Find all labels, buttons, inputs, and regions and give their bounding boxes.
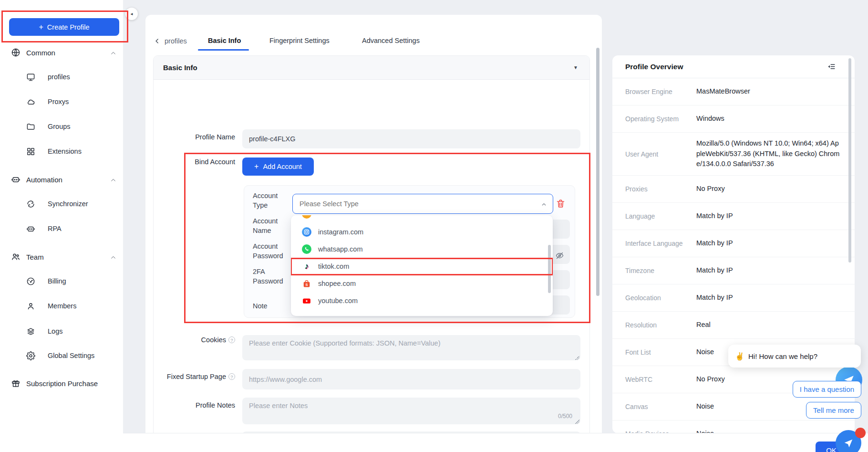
row-label: Operating System — [625, 115, 696, 123]
chevron-up-icon — [110, 50, 116, 56]
dropdown-scrollbar[interactable] — [548, 245, 551, 293]
eye-slash-icon[interactable] — [555, 251, 564, 260]
robot-icon — [26, 224, 35, 233]
back-to-profiles-link[interactable]: profiles — [154, 37, 187, 45]
caret-down-icon[interactable]: ▼ — [573, 65, 578, 70]
cookies-label: Cookies ? — [154, 336, 235, 344]
monitor-icon — [26, 73, 35, 82]
tab-fingerprint-settings[interactable]: Fingerprint Settings — [269, 37, 330, 44]
row-label: Resolution — [625, 321, 696, 329]
plus-icon: + — [39, 23, 43, 32]
sidebar-item-profiles[interactable]: profiles — [0, 70, 123, 84]
overview-row: User AgentMozilla/5.0 (Windows NT 10.0; … — [612, 133, 855, 176]
chat-quick-reply-question[interactable]: I have a question — [793, 381, 861, 398]
create-profile-button[interactable]: + Create Profile — [9, 18, 119, 36]
chevron-up-icon — [110, 254, 116, 260]
item-label: Synchronizer — [48, 200, 88, 208]
grid-icon — [26, 147, 35, 156]
row-value: Match by IP — [696, 265, 840, 276]
cookies-textarea[interactable] — [242, 335, 580, 360]
row-label: WebRTC — [625, 376, 696, 383]
overview-row: TimezoneMatch by IP — [612, 257, 855, 284]
sidebar-item-rpa[interactable]: RPA — [0, 221, 123, 236]
sidebar-item-billing[interactable]: Billing — [0, 274, 123, 288]
overview-row: ResolutionReal — [612, 312, 855, 339]
section-label: Automation — [26, 176, 62, 184]
gauge-icon — [26, 277, 35, 286]
resize-handle[interactable] — [575, 356, 579, 360]
profile-notes-label: Profile Notes — [154, 401, 235, 409]
sidebar-item-groups[interactable]: Groups — [0, 119, 123, 134]
dropdown-option-instagram[interactable]: instagram.com — [291, 223, 553, 241]
tab-advanced-settings[interactable]: Advanced Settings — [362, 37, 420, 44]
row-value: Mozilla/5.0 (Windows NT 10.0; Win64; x64… — [696, 138, 840, 169]
sidebar-item-logs[interactable]: Logs — [0, 324, 123, 338]
overview-row: Browser EngineMasMateBrowser — [612, 78, 855, 105]
row-value: MasMateBrowser — [696, 86, 840, 97]
account-type-label: Account Type — [253, 191, 287, 210]
startup-page-label: Fixed Startup Page ? — [154, 373, 235, 380]
item-label: Members — [48, 302, 76, 310]
chat-quick-reply-tell-more[interactable]: Tell me more — [806, 402, 861, 419]
startup-page-input[interactable] — [242, 369, 580, 389]
sidebar-section-team[interactable]: Team — [0, 250, 123, 264]
chat-notification-badge — [855, 428, 866, 438]
tab-basic-info[interactable]: Basic Info — [208, 37, 241, 44]
sidebar-item-members[interactable]: Members — [0, 299, 123, 313]
chevron-left-icon — [154, 38, 161, 44]
main-content: profiles Basic Info Fingerprint Settings… — [145, 15, 602, 452]
account-type-select[interactable] — [292, 194, 553, 214]
chevron-up-icon — [110, 177, 116, 183]
dropdown-option-shopee[interactable]: S shopee.com — [291, 275, 553, 292]
dropdown-option-tiktok[interactable]: ♪ tiktok.com — [291, 258, 553, 275]
option-label: tiktok.com — [318, 263, 349, 270]
shopee-icon: S — [302, 279, 311, 288]
sidebar-item-global-settings[interactable]: Global Settings — [0, 348, 123, 363]
main-scrollbar[interactable] — [596, 48, 599, 296]
row-value: No Proxy — [696, 184, 840, 194]
account-type-input[interactable] — [293, 200, 531, 208]
sidebar-item-extensions[interactable]: Extensions — [0, 144, 123, 158]
robot-icon — [11, 175, 21, 184]
dropdown-option-whatsapp[interactable]: whatsapp.com — [291, 241, 553, 258]
item-label: Groups — [48, 123, 71, 130]
profile-notes-textarea[interactable] — [242, 398, 580, 424]
sidebar-item-synchronizer[interactable]: Synchronizer — [0, 197, 123, 211]
row-label: Font List — [625, 348, 696, 356]
profile-name-input[interactable] — [242, 129, 580, 148]
bind-account-label: Bind Account — [154, 158, 235, 166]
instagram-icon — [302, 227, 311, 237]
option-label: shopee.com — [318, 280, 356, 287]
sidebar-collapse-button[interactable]: ◄ — [125, 8, 138, 20]
add-account-button[interactable]: + Add Account — [242, 158, 314, 176]
overview-scrollbar[interactable] — [848, 58, 851, 263]
sidebar-item-subscription-purchase[interactable]: Subscription Purchase — [0, 376, 123, 390]
delete-account-icon[interactable] — [556, 199, 566, 209]
section-label: Common — [26, 49, 55, 57]
basic-info-header[interactable]: Basic Info ▼ — [154, 56, 589, 80]
globe-icon — [11, 48, 21, 57]
sidebar-section-common[interactable]: Common — [0, 45, 123, 60]
row-label: Geolocation — [625, 294, 696, 302]
row-label: Browser Engine — [625, 88, 696, 95]
row-value: Windows — [696, 114, 840, 124]
collapse-left-icon: ◄ — [130, 12, 134, 16]
row-label: Language — [625, 212, 696, 220]
item-label: Global Settings — [48, 352, 94, 359]
row-value: Match by IP — [696, 293, 840, 303]
option-label: whatsapp.com — [318, 245, 363, 253]
collapse-panel-icon[interactable] — [827, 63, 836, 71]
sidebar-section-automation[interactable]: Automation — [0, 172, 123, 187]
app-window: + Create Profile Common profiles Proxys … — [0, 0, 868, 452]
option-label: instagram.com — [318, 228, 363, 236]
layers-icon — [26, 327, 35, 336]
folder-icon — [26, 122, 35, 131]
add-account-label: Add Account — [263, 163, 301, 170]
overview-row: Media DevicesNoise — [612, 420, 855, 433]
dropdown-option-youtube[interactable]: youtube.com — [291, 292, 553, 309]
sidebar-item-proxys[interactable]: Proxys — [0, 95, 123, 109]
item-label: Logs — [48, 327, 62, 335]
resize-handle[interactable] — [575, 420, 579, 424]
youtube-icon — [302, 296, 311, 305]
chat-greeting-text: Hi! How can we help? — [748, 352, 817, 360]
